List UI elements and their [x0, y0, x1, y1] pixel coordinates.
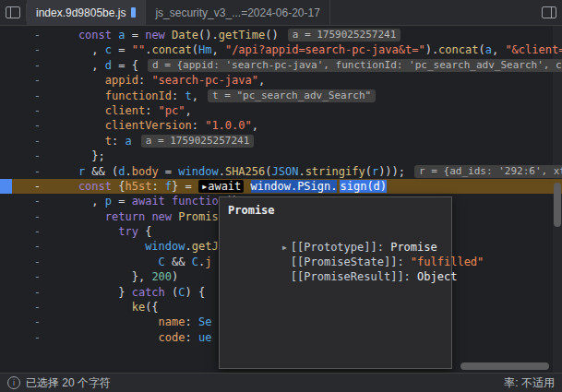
gutter-line-marker[interactable]: -	[0, 239, 52, 254]
internal-slot-value: Object	[417, 270, 457, 283]
gutter-line-marker[interactable]: -	[0, 255, 52, 269]
gutter-line-marker[interactable]: -	[0, 315, 52, 329]
code-line[interactable]: -client: "pc",	[0, 103, 562, 118]
code-token-pun: ,	[91, 59, 104, 72]
code-token-pun: )));	[378, 165, 405, 178]
code-token-pun	[165, 195, 172, 208]
gutter-line-marker[interactable]: -	[0, 89, 52, 103]
gutter-line-marker[interactable]: -	[0, 164, 52, 179]
code-token-prop: code	[159, 331, 185, 344]
execution-marker-icon	[0, 179, 12, 194]
expand-triangle-icon[interactable]: ▸	[281, 240, 291, 255]
gutter-line-marker[interactable]: -	[0, 330, 52, 345]
horizontal-scrollbar-thumb[interactable]	[460, 362, 549, 370]
code-token-fn: concat	[151, 43, 191, 56]
code-line[interactable]: -r && (d.body = window.SHA256(JSON.strin…	[0, 164, 562, 179]
gutter-line-marker[interactable]: -	[0, 300, 52, 315]
code-token-fn: SHA256	[225, 165, 265, 178]
code-token-pun: (	[192, 43, 198, 56]
code-text: , p = await function()	[52, 194, 238, 208]
code-token-var: JSON	[272, 165, 299, 178]
code-token-pun: } =	[172, 180, 198, 193]
code-token-pun: :	[172, 89, 185, 102]
gutter-line-marker[interactable]: -	[0, 194, 52, 208]
code-token-prop: j	[205, 255, 211, 268]
code-text: functionId: t,	[52, 89, 198, 103]
gutter-line-marker[interactable]: -	[0, 134, 52, 148]
code-token-str: "search-pc-java"	[151, 74, 258, 87]
inline-value-badge: a = 1759025257241	[141, 135, 255, 148]
code-text: , c = "".concat(Hm, "/api?appid=search-p…	[52, 42, 562, 57]
code-text: };	[52, 148, 105, 163]
toggle-navigator-button[interactable]	[0, 0, 26, 25]
code-token-kw: const	[78, 180, 112, 193]
code-token-fn: concat	[438, 43, 478, 56]
code-token-var: p	[105, 195, 112, 208]
code-token-fn: getTime	[219, 29, 266, 42]
code-token-pun: =	[159, 165, 179, 178]
tabbar-spacer	[330, 0, 536, 25]
code-token-num: 200	[151, 270, 172, 283]
panel-right-icon	[542, 6, 556, 18]
code-token-pun: :	[185, 315, 198, 328]
gutter-line-marker[interactable]: -	[0, 269, 52, 284]
gutter-line-marker[interactable]: -	[0, 118, 52, 133]
code-token-kw: const	[78, 29, 112, 42]
code-token-kw: try	[118, 225, 138, 238]
gutter-line-marker[interactable]: -	[0, 209, 52, 224]
gutter-line-marker[interactable]: -	[0, 73, 52, 88]
execution-line[interactable]: -const {h5st: f} = ▸await window.PSign. …	[0, 179, 562, 194]
code-text: return new Promise((k	[52, 209, 245, 224]
gutter-line-marker[interactable]: -	[0, 285, 52, 300]
code-token-str: "pc"	[159, 104, 185, 117]
code-line[interactable]: -const a = new Date().getTime()a = 17590…	[0, 28, 562, 42]
code-token-prop: client	[105, 104, 145, 117]
code-line[interactable]: -};	[0, 148, 562, 163]
code-token-pun: =	[112, 195, 132, 208]
code-token-var: C	[192, 255, 198, 268]
gutter-line-marker[interactable]: -	[0, 28, 52, 42]
toggle-debugger-sidebar-button[interactable]	[536, 0, 562, 25]
code-editor: -const a = new Date().getTime()a = 17590…	[0, 26, 562, 373]
code-token-pun: };	[91, 149, 104, 162]
code-line[interactable]: -, c = "".concat(Hm, "/api?appid=search-…	[0, 42, 562, 57]
gutter-line-marker[interactable]: -	[0, 103, 52, 118]
code-token-var: C	[178, 286, 185, 299]
code-line[interactable]: -, d = {d = {appid: 'search-pc-java', fu…	[0, 58, 562, 73]
gutter-line-marker[interactable]: -	[0, 58, 52, 73]
gutter-line-marker[interactable]: -	[0, 224, 52, 239]
popup-row-prototype[interactable]: ▸[[Prototype]]: Promise	[228, 225, 443, 240]
status-bar: i 已选择 20 个字符 率: 不适用	[0, 373, 562, 392]
code-token-var: C	[159, 255, 165, 268]
tab-index-js[interactable]: index.9d9805be.js	[27, 0, 146, 25]
code-token-fn: stringify	[305, 165, 365, 178]
code-token-pun: :	[192, 119, 205, 132]
code-token-var: t	[185, 89, 192, 102]
code-line[interactable]: -functionId: t,t = "pc_search_adv_Search…	[0, 89, 562, 103]
inline-value-badge: a = 1759025257241	[288, 29, 401, 42]
active-tab-caret-icon	[131, 7, 136, 18]
vertical-scrollbar-thumb[interactable]	[554, 183, 561, 227]
tab-js-security[interactable]: js_security_v3_...=2024-06-20-17	[146, 0, 329, 25]
tab-bar: index.9d9805be.js js_security_v3_...=202…	[0, 0, 562, 26]
code-token-pun	[244, 180, 250, 193]
code-line[interactable]: -appid: "search-pc-java",	[0, 73, 562, 88]
code-text: ke({	[52, 300, 159, 315]
code-text: clientVersion: "1.0.0",	[52, 118, 258, 133]
code-token-var: f	[165, 180, 172, 193]
code-token-pun: {	[112, 180, 125, 193]
code-text: appid: "search-pc-java",	[52, 73, 265, 88]
gutter-line-marker[interactable]: -	[0, 42, 52, 57]
code-token-prop: body	[132, 165, 159, 178]
code-token-pun: ,	[91, 43, 104, 56]
gutter-line-marker[interactable]: -	[0, 148, 52, 163]
code-line[interactable]: -clientVersion: "1.0.0",	[0, 118, 562, 133]
code-token-pun: ({	[145, 301, 158, 314]
code-line[interactable]: -t: aa = 1759025257241	[0, 134, 562, 148]
code-token-pun: =	[112, 43, 132, 56]
code-token-kw: catch	[132, 286, 165, 299]
code-token-pun: ,	[258, 74, 265, 87]
code-token-var: Se	[198, 315, 211, 328]
code-token-pun: },	[132, 270, 152, 283]
code-text: t: a	[52, 134, 132, 148]
